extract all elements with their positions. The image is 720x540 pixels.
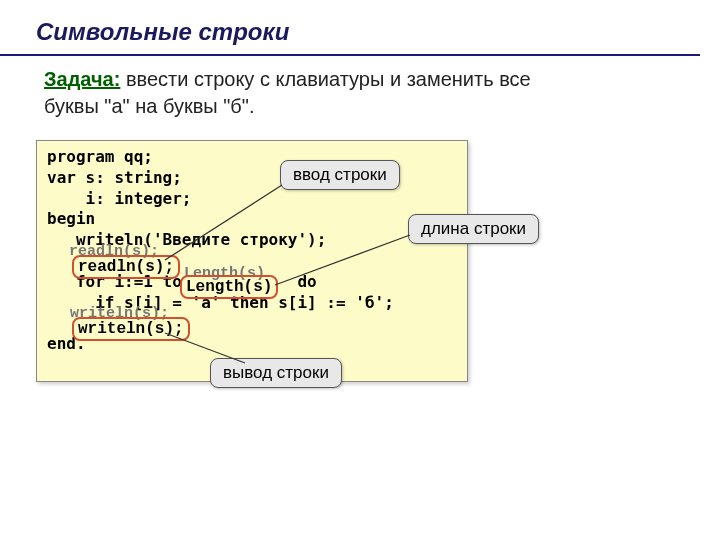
task-line2: буквы "а" на буквы "б". bbox=[44, 95, 254, 117]
task-label: Задача: bbox=[44, 68, 120, 90]
task-line1: ввести строку с клавиатуры и заменить вс… bbox=[120, 68, 530, 90]
connector-length bbox=[270, 230, 420, 290]
callout-input: ввод строки bbox=[280, 160, 400, 190]
task-text: Задача: ввести строку с клавиатуры и зам… bbox=[0, 56, 720, 120]
callout-length: длина строки bbox=[408, 214, 539, 244]
slide-title: Символьные строки bbox=[0, 0, 700, 56]
highlight-length: Length(s) bbox=[180, 275, 278, 299]
svg-line-2 bbox=[165, 333, 245, 363]
svg-line-0 bbox=[165, 185, 282, 260]
svg-line-1 bbox=[275, 235, 410, 285]
connector-output bbox=[160, 330, 270, 375]
